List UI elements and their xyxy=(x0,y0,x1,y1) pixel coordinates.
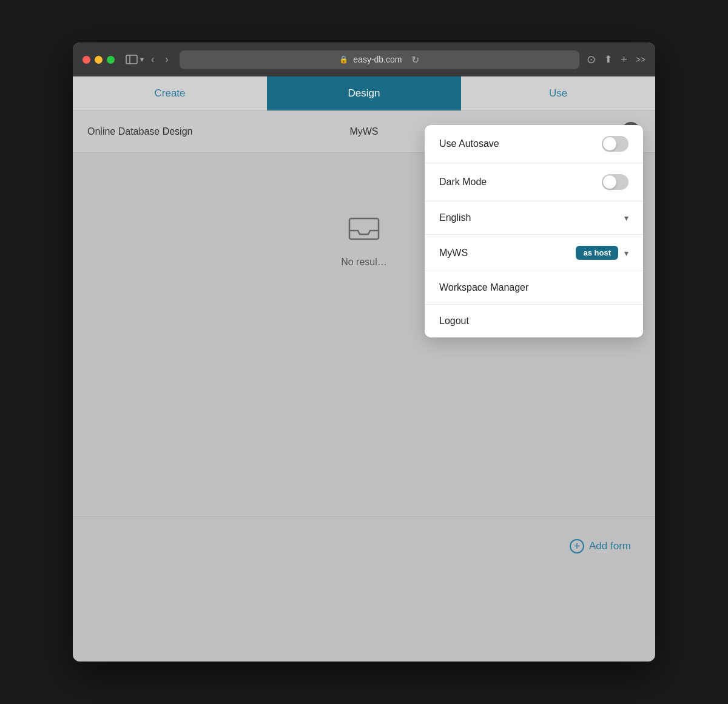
refresh-icon[interactable]: ↻ xyxy=(411,54,419,66)
inbox-icon xyxy=(347,214,381,249)
new-tab-icon[interactable]: + xyxy=(621,54,627,65)
close-button[interactable] xyxy=(83,56,90,64)
add-form-button[interactable]: + Add form xyxy=(570,539,631,553)
sidebar-toggle[interactable]: ▾ xyxy=(126,55,144,64)
minimize-button[interactable] xyxy=(95,56,103,64)
no-results-area: No resul… xyxy=(341,214,387,268)
address-bar[interactable]: 🔒 easy-db.com ↻ xyxy=(180,50,579,69)
language-chevron-icon: ▾ xyxy=(624,213,629,223)
workspace-manager-menu-item[interactable]: Workspace Manager xyxy=(425,271,643,305)
language-label: English xyxy=(439,212,471,223)
browser-window: ▾ ‹ › 🔒 easy-db.com ↻ ⊙ ⬆ + >> Create De… xyxy=(73,42,655,662)
user-dropdown-menu: Use Autosave Dark Mode English ▾ MyWS as… xyxy=(425,125,643,337)
url-text: easy-db.com xyxy=(353,55,402,64)
logout-menu-item[interactable]: Logout xyxy=(425,305,643,337)
tab-navigation: Create Design Use xyxy=(73,76,655,111)
add-circle-icon: + xyxy=(570,539,584,553)
app-title: Online Database Design xyxy=(87,126,272,137)
workspace-menu-item[interactable]: MyWS as host ▾ xyxy=(425,235,643,271)
download-icon[interactable]: ⊙ xyxy=(587,54,596,65)
logout-label: Logout xyxy=(439,316,469,327)
more-tabs-icon[interactable]: >> xyxy=(636,55,645,64)
svg-rect-0 xyxy=(126,55,137,64)
maximize-button[interactable] xyxy=(107,56,115,64)
no-results-text: No resul… xyxy=(341,257,387,268)
workspace-chevron-icon: ▾ xyxy=(624,248,629,258)
dark-mode-label: Dark Mode xyxy=(439,177,487,188)
browser-actions: ⊙ ⬆ + >> xyxy=(587,54,645,65)
workspace-manager-label: Workspace Manager xyxy=(439,282,528,293)
workspace-row: as host ▾ xyxy=(576,246,629,260)
app-content: Create Design Use Online Database Design… xyxy=(73,76,655,662)
dark-mode-toggle[interactable] xyxy=(602,174,629,190)
bottom-divider xyxy=(73,516,655,517)
as-host-badge: as host xyxy=(576,246,618,260)
language-select-row: English ▾ xyxy=(439,212,629,223)
share-icon[interactable]: ⬆ xyxy=(604,55,612,64)
tab-use[interactable]: Use xyxy=(461,76,655,110)
browser-controls: ▾ ‹ › xyxy=(126,53,172,66)
workspace-label: MyWS xyxy=(439,248,468,259)
add-form-label: Add form xyxy=(589,540,631,552)
autosave-label: Use Autosave xyxy=(439,138,499,149)
dark-mode-menu-item[interactable]: Dark Mode xyxy=(425,163,643,201)
language-menu-item[interactable]: English ▾ xyxy=(425,201,643,235)
tab-design[interactable]: Design xyxy=(267,76,461,110)
autosave-menu-item[interactable]: Use Autosave xyxy=(425,125,643,163)
lock-icon: 🔒 xyxy=(339,55,348,64)
traffic-lights xyxy=(83,56,115,64)
back-button[interactable]: ‹ xyxy=(147,53,158,66)
browser-chrome: ▾ ‹ › 🔒 easy-db.com ↻ ⊙ ⬆ + >> xyxy=(73,42,655,76)
autosave-toggle[interactable] xyxy=(602,136,629,152)
forward-button[interactable]: › xyxy=(161,53,172,66)
svg-rect-3 xyxy=(349,218,379,239)
tab-create[interactable]: Create xyxy=(73,76,267,110)
